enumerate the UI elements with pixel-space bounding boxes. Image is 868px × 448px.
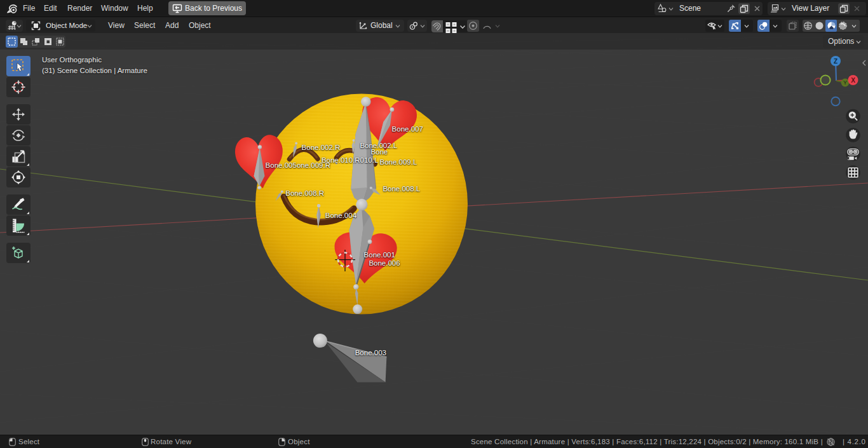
- svg-text:X: X: [851, 77, 855, 84]
- svg-text:Z: Z: [834, 58, 837, 65]
- svg-text:Y: Y: [843, 79, 847, 86]
